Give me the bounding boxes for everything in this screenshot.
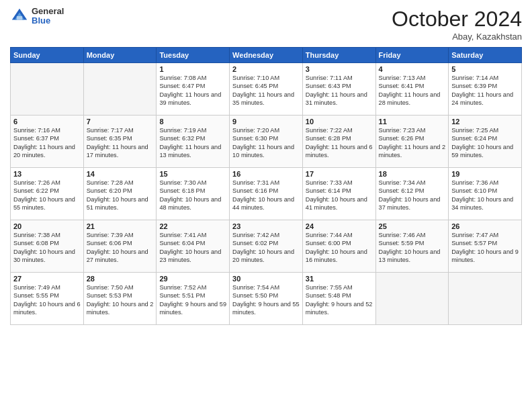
day-number: 14 [87, 170, 154, 178]
logo-text: General Blue [32, 7, 64, 26]
day-info: Sunrise: 7:17 AMSunset: 6:35 PMDaylight:… [87, 126, 154, 160]
day-info: Sunrise: 7:55 AMSunset: 5:48 PMDaylight:… [306, 283, 373, 317]
day-info: Sunrise: 7:49 AMSunset: 5:55 PMDaylight:… [13, 283, 81, 317]
day-info: Sunrise: 7:38 AMSunset: 6:08 PMDaylight:… [13, 231, 81, 265]
day-info: Sunrise: 7:31 AMSunset: 6:16 PMDaylight:… [232, 179, 300, 212]
day-info: Sunrise: 7:30 AMSunset: 6:18 PMDaylight:… [159, 179, 226, 212]
header-day-sunday: Sunday [11, 48, 84, 63]
day-number: 10 [306, 118, 373, 126]
calendar-cell: 22Sunrise: 7:41 AMSunset: 6:04 PMDayligh… [157, 220, 230, 273]
calendar-cell: 30Sunrise: 7:54 AMSunset: 5:50 PMDayligh… [230, 273, 303, 325]
calendar-table: SundayMondayTuesdayWednesdayThursdayFrid… [10, 47, 522, 325]
day-number: 8 [159, 118, 226, 126]
day-number: 29 [159, 275, 226, 283]
calendar-cell: 17Sunrise: 7:33 AMSunset: 6:14 PMDayligh… [302, 168, 375, 220]
week-row-1: 1Sunrise: 7:08 AMSunset: 6:47 PMDaylight… [11, 63, 522, 116]
calendar-cell: 3Sunrise: 7:11 AMSunset: 6:43 PMDaylight… [302, 63, 375, 116]
week-row-3: 13Sunrise: 7:26 AMSunset: 6:22 PMDayligh… [11, 168, 522, 220]
header-day-thursday: Thursday [302, 48, 375, 63]
title-block: October 2024 Abay, Kazakhstan [392, 7, 522, 42]
day-info: Sunrise: 7:20 AMSunset: 6:30 PMDaylight:… [232, 126, 300, 160]
calendar-cell: 28Sunrise: 7:50 AMSunset: 5:53 PMDayligh… [83, 273, 157, 325]
svg-rect-2 [17, 16, 22, 20]
day-number: 27 [13, 275, 81, 283]
calendar-cell: 1Sunrise: 7:08 AMSunset: 6:47 PMDaylight… [157, 63, 230, 116]
calendar-cell: 20Sunrise: 7:38 AMSunset: 6:08 PMDayligh… [11, 220, 84, 273]
day-number: 24 [306, 222, 373, 230]
calendar-cell: 14Sunrise: 7:28 AMSunset: 6:20 PMDayligh… [83, 168, 157, 220]
day-info: Sunrise: 7:33 AMSunset: 6:14 PMDaylight:… [306, 179, 373, 212]
calendar-cell: 18Sunrise: 7:34 AMSunset: 6:12 PMDayligh… [375, 168, 449, 220]
day-info: Sunrise: 7:47 AMSunset: 5:57 PMDaylight:… [451, 231, 519, 265]
day-number: 22 [159, 222, 226, 230]
day-number: 16 [232, 170, 300, 178]
week-row-2: 6Sunrise: 7:16 AMSunset: 6:37 PMDaylight… [11, 116, 522, 168]
calendar-cell [11, 63, 84, 116]
day-info: Sunrise: 7:50 AMSunset: 5:53 PMDaylight:… [87, 283, 154, 317]
week-row-5: 27Sunrise: 7:49 AMSunset: 5:55 PMDayligh… [11, 273, 522, 325]
day-info: Sunrise: 7:10 AMSunset: 6:45 PMDaylight:… [232, 74, 300, 107]
calendar-cell: 10Sunrise: 7:22 AMSunset: 6:28 PMDayligh… [302, 116, 375, 168]
month-title: October 2024 [392, 7, 522, 32]
day-info: Sunrise: 7:42 AMSunset: 6:02 PMDaylight:… [232, 231, 300, 265]
calendar-cell: 27Sunrise: 7:49 AMSunset: 5:55 PMDayligh… [11, 273, 84, 325]
calendar-cell: 2Sunrise: 7:10 AMSunset: 6:45 PMDaylight… [230, 63, 303, 116]
day-number: 12 [451, 118, 519, 126]
calendar-cell: 16Sunrise: 7:31 AMSunset: 6:16 PMDayligh… [230, 168, 303, 220]
header-day-saturday: Saturday [449, 48, 522, 63]
day-number: 7 [87, 118, 154, 126]
day-info: Sunrise: 7:25 AMSunset: 6:24 PMDaylight:… [451, 126, 519, 160]
day-number: 2 [232, 65, 300, 73]
calendar-cell: 21Sunrise: 7:39 AMSunset: 6:06 PMDayligh… [83, 220, 157, 273]
day-number: 20 [13, 222, 81, 230]
location: Abay, Kazakhstan [392, 32, 522, 42]
calendar-cell: 29Sunrise: 7:52 AMSunset: 5:51 PMDayligh… [157, 273, 230, 325]
day-number: 26 [451, 222, 519, 230]
day-number: 17 [306, 170, 373, 178]
day-info: Sunrise: 7:26 AMSunset: 6:22 PMDaylight:… [13, 179, 81, 212]
calendar-cell: 5Sunrise: 7:14 AMSunset: 6:39 PMDaylight… [449, 63, 522, 116]
day-number: 31 [306, 275, 373, 283]
calendar-cell: 31Sunrise: 7:55 AMSunset: 5:48 PMDayligh… [302, 273, 375, 325]
calendar-cell: 15Sunrise: 7:30 AMSunset: 6:18 PMDayligh… [157, 168, 230, 220]
calendar-cell: 8Sunrise: 7:19 AMSunset: 6:32 PMDaylight… [157, 116, 230, 168]
calendar-cell [83, 63, 157, 116]
calendar-cell: 25Sunrise: 7:46 AMSunset: 5:59 PMDayligh… [375, 220, 449, 273]
day-info: Sunrise: 7:28 AMSunset: 6:20 PMDaylight:… [87, 179, 154, 212]
day-info: Sunrise: 7:08 AMSunset: 6:47 PMDaylight:… [159, 74, 226, 107]
calendar-cell: 23Sunrise: 7:42 AMSunset: 6:02 PMDayligh… [230, 220, 303, 273]
day-number: 6 [13, 118, 81, 126]
day-info: Sunrise: 7:41 AMSunset: 6:04 PMDaylight:… [159, 231, 226, 265]
page: General Blue October 2024 Abay, Kazakhst… [0, 0, 532, 411]
day-number: 1 [159, 65, 226, 73]
day-info: Sunrise: 7:54 AMSunset: 5:50 PMDaylight:… [232, 283, 300, 317]
day-number: 30 [232, 275, 300, 283]
day-info: Sunrise: 7:46 AMSunset: 5:59 PMDaylight:… [379, 231, 446, 265]
week-row-4: 20Sunrise: 7:38 AMSunset: 6:08 PMDayligh… [11, 220, 522, 273]
day-number: 4 [379, 65, 446, 73]
day-number: 15 [159, 170, 226, 178]
day-number: 28 [87, 275, 154, 283]
header-day-friday: Friday [375, 48, 449, 63]
day-number: 3 [306, 65, 373, 73]
calendar-cell: 11Sunrise: 7:23 AMSunset: 6:26 PMDayligh… [375, 116, 449, 168]
day-info: Sunrise: 7:36 AMSunset: 6:10 PMDaylight:… [451, 179, 519, 212]
day-number: 23 [232, 222, 300, 230]
logo-icon [10, 7, 29, 26]
day-number: 13 [13, 170, 81, 178]
day-number: 11 [379, 118, 446, 126]
calendar-cell [375, 273, 449, 325]
header-day-monday: Monday [83, 48, 157, 63]
day-info: Sunrise: 7:23 AMSunset: 6:26 PMDaylight:… [379, 126, 446, 160]
day-info: Sunrise: 7:16 AMSunset: 6:37 PMDaylight:… [13, 126, 81, 160]
calendar-cell: 26Sunrise: 7:47 AMSunset: 5:57 PMDayligh… [449, 220, 522, 273]
header-day-tuesday: Tuesday [157, 48, 230, 63]
calendar-cell: 6Sunrise: 7:16 AMSunset: 6:37 PMDaylight… [11, 116, 84, 168]
calendar-cell: 24Sunrise: 7:44 AMSunset: 6:00 PMDayligh… [302, 220, 375, 273]
day-number: 21 [87, 222, 154, 230]
calendar-cell: 9Sunrise: 7:20 AMSunset: 6:30 PMDaylight… [230, 116, 303, 168]
header: General Blue October 2024 Abay, Kazakhst… [10, 7, 522, 42]
day-info: Sunrise: 7:11 AMSunset: 6:43 PMDaylight:… [306, 74, 373, 107]
calendar-cell: 4Sunrise: 7:13 AMSunset: 6:41 PMDaylight… [375, 63, 449, 116]
day-info: Sunrise: 7:44 AMSunset: 6:00 PMDaylight:… [306, 231, 373, 265]
